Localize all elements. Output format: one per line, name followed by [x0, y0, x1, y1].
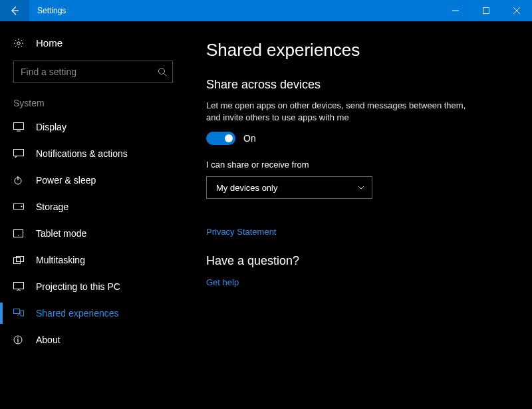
sidebar-item-label: Shared experiences [28, 308, 119, 319]
back-button[interactable] [0, 0, 29, 21]
display-icon [13, 122, 28, 132]
minimize-icon [452, 7, 459, 14]
close-button[interactable] [501, 0, 532, 21]
svg-rect-14 [21, 311, 24, 316]
search-box[interactable] [13, 61, 173, 83]
svg-rect-13 [14, 309, 20, 314]
svg-rect-0 [483, 8, 489, 14]
maximize-icon [483, 7, 489, 14]
settings-window: Settings Home [0, 0, 532, 409]
sidebar-item-label: About [28, 335, 61, 345]
sidebar-item-label: Storage [28, 202, 68, 212]
svg-point-16 [17, 337, 19, 339]
notifications-icon [13, 149, 28, 158]
projecting-icon [13, 282, 28, 291]
sidebar-item-storage[interactable]: Storage [0, 194, 186, 220]
sidebar-item-multitasking[interactable]: Multitasking [0, 247, 186, 273]
sidebar-item-label: Multitasking [28, 255, 85, 265]
svg-rect-10 [14, 258, 21, 264]
section-share-across-desc: Let me open apps on other devices, send … [206, 100, 472, 124]
search-input[interactable] [21, 67, 158, 77]
sidebar-item-tablet[interactable]: Tablet mode [0, 220, 186, 247]
question-title: Have a question? [206, 254, 512, 268]
sidebar-item-projecting[interactable]: Projecting to this PC [0, 273, 186, 300]
multitasking-icon [13, 256, 28, 264]
power-icon [13, 176, 28, 185]
sidebar-item-notifications[interactable]: Notifications & actions [0, 140, 186, 167]
sidebar-item-about[interactable]: About [0, 327, 186, 353]
maximize-button[interactable] [471, 0, 501, 21]
about-icon [13, 335, 28, 344]
sidebar-home-label: Home [28, 37, 63, 49]
content-pane: Shared experiences Share across devices … [186, 21, 532, 409]
share-toggle-row: On [206, 132, 512, 145]
svg-point-2 [159, 68, 165, 74]
dropdown-selected-value: My devices only [216, 183, 277, 193]
share-from-dropdown[interactable]: My devices only [206, 176, 372, 199]
sidebar-item-label: Projecting to this PC [28, 281, 120, 292]
gear-icon [13, 38, 28, 49]
get-help-link[interactable]: Get help [206, 277, 239, 287]
window-title: Settings [29, 6, 440, 15]
svg-rect-4 [14, 150, 24, 156]
svg-rect-12 [14, 283, 24, 289]
sidebar-home[interactable]: Home [0, 32, 186, 61]
chevron-down-icon [357, 184, 365, 192]
svg-point-1 [17, 41, 20, 44]
storage-icon [13, 204, 28, 210]
close-icon [513, 7, 520, 14]
sidebar-section-label: System [0, 98, 186, 114]
toggle-knob [225, 134, 233, 142]
arrow-left-icon [9, 5, 20, 16]
minimize-button[interactable] [440, 0, 471, 21]
svg-rect-3 [14, 123, 24, 130]
sidebar-item-shared-experiences[interactable]: Shared experiences [0, 300, 186, 327]
sidebar-nav: Display Notifications & actions Power & … [0, 114, 186, 353]
privacy-statement-link[interactable]: Privacy Statement [206, 227, 277, 237]
sidebar-item-label: Notifications & actions [28, 148, 128, 159]
window-body: Home System Display Notifications & acti… [0, 21, 532, 409]
section-share-across-title: Share across devices [206, 78, 512, 92]
svg-rect-8 [14, 230, 23, 237]
svg-point-7 [21, 206, 23, 207]
page-title: Shared experiences [206, 40, 512, 61]
share-toggle[interactable] [206, 132, 235, 145]
sidebar-item-label: Power & sleep [28, 175, 96, 186]
search-icon [158, 67, 167, 76]
window-controls [440, 0, 532, 21]
sidebar-item-label: Display [28, 122, 66, 132]
tablet-icon [13, 229, 28, 237]
share-from-label: I can share or receive from [206, 160, 512, 170]
titlebar: Settings [0, 0, 532, 21]
svg-point-9 [18, 235, 19, 235]
sidebar-item-display[interactable]: Display [0, 114, 186, 140]
sidebar-item-label: Tablet mode [28, 228, 86, 239]
share-toggle-state: On [243, 133, 256, 144]
sidebar: Home System Display Notifications & acti… [0, 21, 186, 409]
sidebar-item-power[interactable]: Power & sleep [0, 167, 186, 194]
shared-experiences-icon [13, 309, 28, 318]
